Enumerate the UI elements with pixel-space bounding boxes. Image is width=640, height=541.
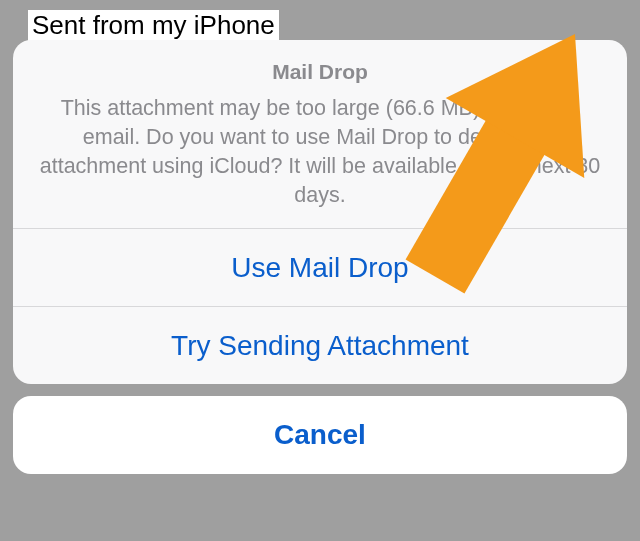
action-sheet-main: Mail Drop This attachment may be too lar…	[13, 40, 627, 384]
try-sending-attachment-button[interactable]: Try Sending Attachment	[13, 306, 627, 384]
sheet-title: Mail Drop	[35, 60, 605, 84]
sheet-message: This attachment may be too large (66.6 M…	[35, 94, 605, 210]
action-sheet: Mail Drop This attachment may be too lar…	[13, 40, 627, 474]
email-signature-text: Sent from my iPhone	[28, 10, 279, 41]
use-mail-drop-button[interactable]: Use Mail Drop	[13, 228, 627, 306]
action-sheet-header: Mail Drop This attachment may be too lar…	[13, 40, 627, 228]
cancel-button[interactable]: Cancel	[13, 396, 627, 474]
cancel-container: Cancel	[13, 396, 627, 474]
